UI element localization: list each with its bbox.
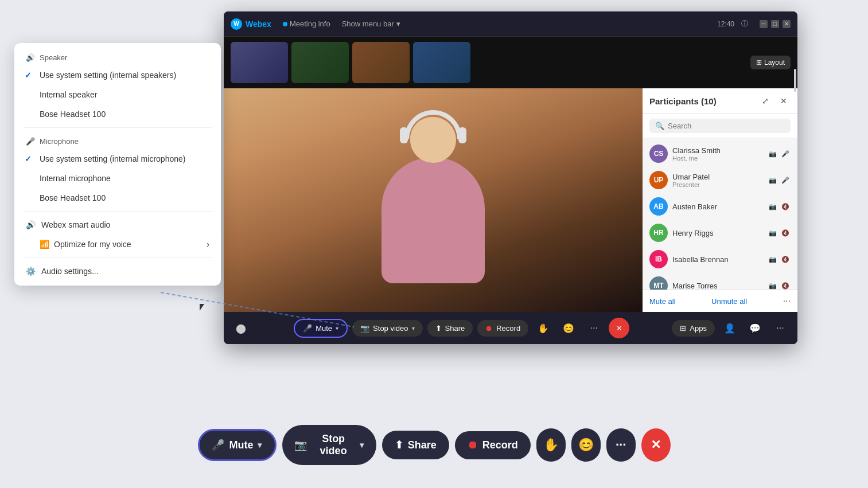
show-menu-bar-label: Show menu bar [342,19,394,28]
show-menu-bar-btn[interactable]: Show menu bar ▾ [342,19,400,28]
popout-icon[interactable]: ⤢ [758,94,772,108]
mouse-cursor [200,304,204,311]
avatar: CS [649,145,668,163]
audio-settings-option[interactable]: ⚙️ Audio settings... [14,261,221,281]
record-label: Record [496,324,520,333]
internal-speaker-option[interactable]: Internal speaker [14,85,221,104]
share-label: Share [445,324,465,333]
thumbnail-3[interactable] [352,42,410,83]
speaker-system-setting[interactable]: Use system setting (internal speakers) [14,65,221,85]
chat-icon-button[interactable]: 💬 [745,318,765,338]
mute-large-label: Mute [229,439,253,451]
participant-item[interactable]: MT Marise Torres 📷 🔇 [643,272,797,290]
bottom-toolbar: 🎤 Mute ▾ 📷 Stop video ▾ ⬆ Share ⏺ Record… [197,425,670,465]
mic-icon: 🎤 [303,324,312,333]
reactions-large-button[interactable]: ✋ [536,428,566,462]
bose-mic-option[interactable]: Bose Headset 100 [14,188,221,208]
mic-icon: 🎤 [212,439,224,451]
webex-smart-audio-option[interactable]: 🔊 Webex smart audio [14,215,221,235]
camera-icon: 📷 [294,439,307,451]
avatar: UP [649,171,668,189]
avatar: HR [649,224,668,242]
record-large-button[interactable]: ⏺ Record [455,431,531,459]
layout-button[interactable]: ⊞ Layout [750,56,791,69]
speaker-header-label: Speaker [40,53,67,62]
participant-item[interactable]: UP Umar Patel Presenter 📷 🎤 [643,167,797,193]
more-options-icon[interactable]: ··· [783,296,791,306]
microphone-header-label: Microphone [40,137,79,146]
emoji-large-button[interactable]: 😊 [571,428,601,462]
optimize-voice-option[interactable]: 📶 Optimize for my voice › [14,235,221,254]
participant-item[interactable]: HR Henry Riggs 📷 🔇 [643,220,797,246]
headphone-left [400,127,408,143]
sidebar-title: Participants (10) [649,96,758,106]
participants-list: CS Clarissa Smith Host, me 📷 🎤 UP Umar P… [643,138,797,290]
bose-speaker-option[interactable]: Bose Headset 100 [14,104,221,124]
mic-muted-icon: 🔇 [780,254,791,264]
stop-video-button[interactable]: 📷 Stop video ▾ [352,320,422,337]
webex-title: Webex [246,19,271,29]
close-sidebar-icon[interactable]: ✕ [777,94,791,108]
menu-divider-1 [24,127,212,128]
thumbnails-bar: ⊞ Layout [224,37,797,88]
more-large-button[interactable]: ··· [606,428,636,462]
internal-mic-option[interactable]: Internal microphone [14,169,221,188]
mute-all-button[interactable]: Mute all [649,297,676,306]
share-icon: ⬆ [435,324,442,333]
avatar: IB [649,250,668,268]
chevron-down-icon: ▾ [360,440,364,450]
participant-item[interactable]: AB Austen Baker 📷 🔇 [643,193,797,220]
end-large-button[interactable]: ✕ [641,428,671,462]
minimize-button[interactable]: ─ [760,20,768,28]
help-icon[interactable]: ⓘ [741,19,748,29]
head-shape [410,117,456,163]
apps-button[interactable]: ⊞ Apps [672,320,715,337]
chevron-down-icon: ▾ [396,19,400,28]
participant-item[interactable]: CS Clarissa Smith Host, me 📷 🎤 [643,140,797,167]
toolbar-left: ⬤ [231,318,251,338]
overflow-button[interactable]: ··· [770,318,791,338]
thumbnail-4[interactable] [413,42,470,83]
search-bar: 🔍 [643,114,797,138]
stop-video-large-button[interactable]: 📷 Stop video ▾ [282,425,376,465]
reactions-button[interactable]: ✋ [533,318,554,338]
apps-label: Apps [690,324,707,333]
close-button[interactable]: ✕ [783,20,791,28]
toolbar-right: ⊞ Apps 👤 💬 ··· [672,318,791,338]
participant-role: Presenter [672,181,763,188]
mic-system-setting[interactable]: Use system setting (internal microphone) [14,149,221,169]
more-options-button[interactable]: ··· [583,318,604,338]
thumbnail-1[interactable] [231,42,288,83]
mic-icon: 🎤 [780,175,791,185]
record-button[interactable]: ⏺ Record [477,320,528,337]
share-large-button[interactable]: ⬆ Share [382,431,449,459]
thumbnail-2[interactable] [291,42,349,83]
mute-button[interactable]: 🎤 Mute ▾ [294,319,348,338]
layout-icon: ⊞ [756,58,762,67]
clock: 12:40 [717,20,734,28]
menu-divider-3 [24,257,212,258]
unmute-all-button[interactable]: Unmute all [711,297,747,306]
window-controls: ─ □ ✕ [760,20,791,28]
search-input[interactable] [668,122,785,130]
participant-item[interactable]: IB Isabella Brennan 📷 🔇 [643,246,797,272]
maximize-button[interactable]: □ [771,20,779,28]
webex-logo: W Webex [231,18,271,30]
content-area: Participants (10) ⤢ ✕ 🔍 CS Clarissa [224,88,797,312]
emoji-button[interactable]: 😊 [558,318,579,338]
participants-icon-button[interactable]: 👤 [719,318,740,338]
participant-info: Clarissa Smith Host, me [672,146,763,162]
scroll-indicator[interactable] [794,88,796,92]
screen-share-toggle[interactable]: ⬤ [231,318,251,338]
meeting-info-label: Meeting info [290,19,330,28]
sidebar-footer: Mute all Unmute all ··· [643,290,797,312]
main-video [224,88,643,312]
mute-large-button[interactable]: 🎤 Mute ▾ [197,429,276,461]
search-input-wrap[interactable]: 🔍 [649,119,791,133]
participant-info: Henry Riggs [672,229,763,237]
bose-mic-label: Bose Headset 100 [40,193,106,202]
meeting-info-tab[interactable]: Meeting info [278,17,335,30]
end-call-button[interactable]: ✕ [609,318,629,338]
share-button[interactable]: ⬆ Share [427,320,473,337]
smart-audio-icon: 🔊 [26,220,36,229]
